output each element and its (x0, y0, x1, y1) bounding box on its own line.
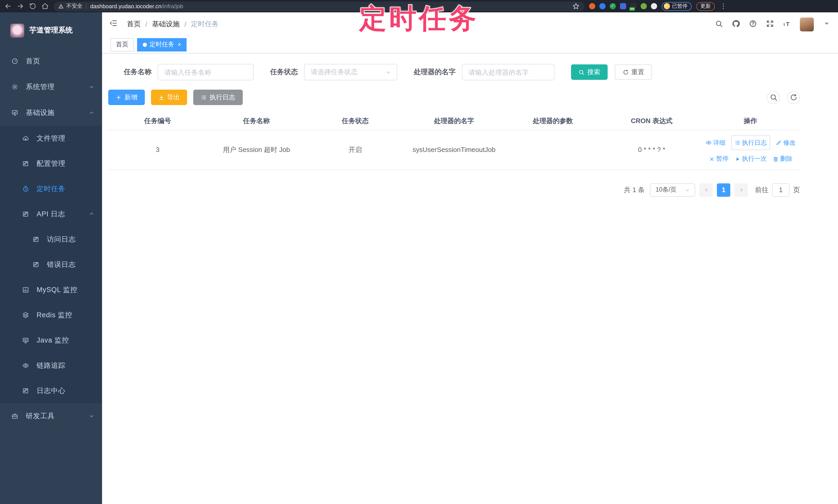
next-page-button[interactable] (734, 183, 748, 197)
toggle-search-button[interactable] (767, 91, 780, 104)
screen: 定时任务 不安全 dashboard.yudao.iocoder.cn/infr… (0, 0, 838, 504)
run-once-link[interactable]: 执行一次 (734, 154, 767, 164)
chevron-up-icon (88, 210, 95, 218)
user-avatar[interactable] (800, 17, 814, 31)
cell-task-id: 3 (108, 144, 207, 156)
task-name-input[interactable] (158, 64, 254, 80)
col-task-status: 任务状态 (306, 116, 405, 126)
font-size-icon[interactable]: TT (783, 20, 791, 29)
profile-paused-chip[interactable]: 已暂停 (662, 2, 692, 11)
chevright-icon (738, 187, 745, 193)
infrastructure-icon (11, 109, 19, 117)
home-icon[interactable] (41, 2, 49, 10)
col-task-name: 任务名称 (207, 116, 305, 126)
edit-link[interactable]: 修改 (775, 138, 796, 148)
tab-home[interactable]: 首页 (110, 38, 134, 51)
extension-icon[interactable] (589, 3, 595, 9)
url-host: dashboard.yudao.iocoder.cn (90, 3, 161, 9)
sidebar-item-api-logs[interactable]: API 日志 (0, 201, 102, 227)
extension-icon[interactable] (620, 3, 626, 9)
extension-icon[interactable] (599, 3, 606, 9)
sidebar-item-access-logs[interactable]: 访问日志 (0, 227, 102, 252)
monitor-icon (22, 337, 29, 344)
page-size-select[interactable]: 10条/页 (650, 183, 695, 197)
handler-name-input[interactable] (462, 64, 555, 80)
breadcrumb-infra[interactable]: 基础设施 (152, 20, 180, 29)
sidebar-collapse-icon[interactable] (109, 19, 120, 29)
execution-log-button[interactable]: 执行日志 (193, 90, 243, 105)
exec-log-link[interactable]: 执行日志 (731, 136, 770, 150)
sidebar-item-home[interactable]: 首页 (0, 49, 102, 74)
sidebar-item-tracing[interactable]: 链路追踪 (0, 353, 102, 378)
pause-link[interactable]: 暂停 (709, 154, 729, 164)
detail-link[interactable]: 详细 (705, 138, 726, 148)
sidebar-item-dev-tools[interactable]: 研发工具 (0, 403, 102, 429)
refresh-table-button[interactable] (787, 91, 800, 104)
forward-icon[interactable] (17, 2, 24, 10)
fullscreen-icon[interactable] (766, 20, 774, 29)
current-page-button[interactable]: 1 (717, 183, 730, 197)
extension-icon[interactable] (641, 3, 647, 9)
sidebar-item-java-monitor[interactable]: Java 监控 (0, 328, 102, 353)
edit-icon (22, 211, 29, 218)
breadcrumb-home[interactable]: 首页 (127, 20, 141, 29)
play-icon (734, 156, 740, 162)
puzzle-extension-icon[interactable] (651, 3, 657, 9)
sidebar-item-config-management[interactable]: 配置管理 (0, 151, 102, 176)
sidebar-item-mysql-monitor[interactable]: MySQL 监控 (0, 277, 102, 302)
search-button[interactable]: 搜索 (571, 65, 607, 80)
url-text[interactable]: dashboard.yudao.iocoder.cn/infra/job (90, 3, 569, 9)
breadcrumb-current: 定时任务 (191, 20, 219, 29)
chart-icon (22, 286, 30, 294)
chevron-up-icon (88, 109, 95, 117)
back-icon[interactable] (4, 2, 12, 10)
gear-icon (12, 84, 19, 91)
sidebar-item-file-management[interactable]: 文件管理 (0, 126, 102, 151)
cell-task-status: 开启 (306, 144, 405, 156)
edit-icon (32, 260, 40, 269)
cell-handler-name: sysUserSessionTimeoutJob (405, 144, 503, 156)
add-button[interactable]: 新增 (108, 90, 144, 105)
close-tab-icon[interactable]: × (178, 42, 181, 48)
address-bar[interactable]: 不安全 dashboard.yudao.iocoder.cn/infra/job (54, 1, 584, 11)
sidebar-item-redis-monitor[interactable]: Redis 监控 (0, 302, 102, 328)
app-logo[interactable]: 芋道管理系统 (0, 12, 102, 49)
browser-menu-icon[interactable] (719, 2, 727, 10)
task-status-select[interactable]: 请选择任务状态 (304, 64, 397, 80)
back-icon (4, 2, 12, 10)
table-toolbar: 新增 导出 执行日志 (108, 90, 800, 105)
sidebar-item-error-logs[interactable]: 错误日志 (0, 252, 102, 277)
filter-task-name: 任务名称 (124, 64, 254, 80)
bookmark-star-icon[interactable] (572, 2, 580, 10)
help-icon[interactable] (749, 20, 757, 29)
layers-icon (22, 312, 29, 319)
security-label: 不安全 (66, 3, 83, 10)
fontsize-icon: TT (783, 20, 791, 28)
security-chip[interactable]: 不安全 (58, 3, 83, 10)
forward-icon (17, 2, 24, 10)
search-icon[interactable] (715, 20, 723, 29)
sidebar-item-infra[interactable]: 基础设施 (0, 100, 102, 126)
goto-page-input[interactable] (772, 183, 789, 197)
toolbar-right (767, 91, 800, 104)
caret-down-icon[interactable] (823, 20, 831, 29)
export-button[interactable]: 导出 (151, 90, 187, 105)
reset-button[interactable]: 重置 (615, 65, 652, 80)
extension-icon[interactable]: ✓ (610, 3, 616, 9)
delete-link[interactable]: 删除 (772, 154, 792, 164)
prev-page-button[interactable] (699, 183, 713, 197)
sidebar-submenu-infra: 文件管理 配置管理 定时任务 API 日志 (0, 126, 102, 403)
eye-icon (22, 362, 29, 369)
sidebar-item-log-center[interactable]: 日志中心 (0, 378, 102, 403)
chart-icon (22, 286, 29, 293)
extension-icon[interactable]: on (630, 3, 636, 9)
caret-icon (823, 20, 831, 28)
sidebar-item-system[interactable]: 系统管理 (0, 74, 102, 100)
github-icon[interactable] (732, 20, 740, 29)
tab-scheduled-tasks[interactable]: 定时任务 × (137, 38, 187, 51)
update-button[interactable]: 更新 (696, 2, 715, 11)
sidebar-item-scheduled-tasks[interactable]: 定时任务 (0, 176, 102, 201)
briefcase-icon (12, 413, 19, 420)
reload-icon[interactable] (29, 2, 37, 10)
plus-icon (116, 94, 122, 101)
